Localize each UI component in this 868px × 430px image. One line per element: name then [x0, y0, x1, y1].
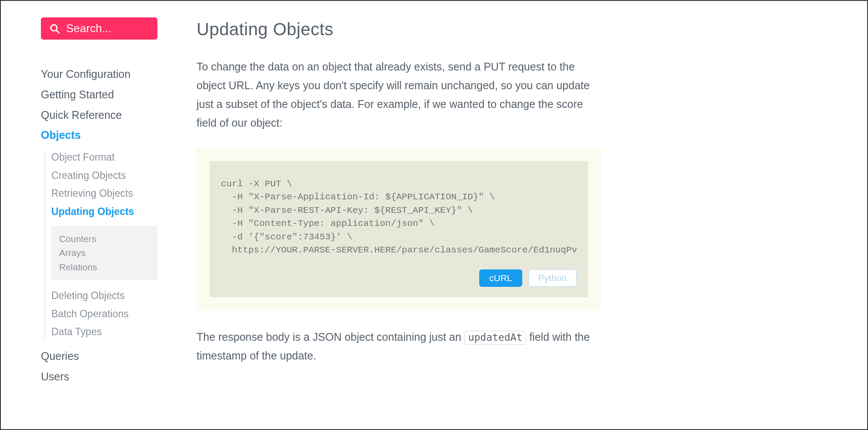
code-example: curl -X PUT \ -H "X-Parse-Application-Id…: [197, 148, 601, 310]
nav-arrays[interactable]: Arrays: [59, 246, 150, 260]
page-title: Updating Objects: [197, 16, 601, 43]
search-input[interactable]: [66, 22, 149, 35]
nav-relations[interactable]: Relations: [59, 260, 150, 275]
sidebar: Your Configuration Getting Started Quick…: [1, 1, 170, 429]
nav-users[interactable]: Users: [41, 368, 157, 385]
response-paragraph: The response body is a JSON object conta…: [197, 328, 601, 365]
sidebar-nav: Your Configuration Getting Started Quick…: [41, 66, 157, 385]
language-toggle: cURL Python: [221, 269, 577, 287]
svg-line-1: [57, 30, 60, 33]
lang-tab-curl[interactable]: cURL: [479, 269, 522, 287]
code-inner: curl -X PUT \ -H "X-Parse-Application-Id…: [210, 161, 588, 297]
nav-counters[interactable]: Counters: [59, 232, 150, 246]
search-box[interactable]: [41, 17, 157, 40]
nav-object-format[interactable]: Object Format: [51, 150, 157, 165]
nav-deleting-objects[interactable]: Deleting Objects: [51, 288, 157, 304]
code-block: curl -X PUT \ -H "X-Parse-Application-Id…: [221, 178, 577, 257]
nav-your-configuration[interactable]: Your Configuration: [41, 66, 157, 83]
search-icon: [50, 24, 60, 34]
intro-paragraph: To change the data on an object that alr…: [197, 57, 601, 132]
main-content: Updating Objects To change the data on a…: [170, 1, 640, 429]
nav-queries[interactable]: Queries: [41, 348, 157, 365]
nav-data-types[interactable]: Data Types: [51, 324, 157, 340]
nav-creating-objects[interactable]: Creating Objects: [51, 168, 157, 184]
lang-tab-python[interactable]: Python: [528, 269, 577, 287]
inline-code-updatedat: updatedAt: [464, 331, 527, 345]
nav-getting-started[interactable]: Getting Started: [41, 86, 157, 103]
nav-retrieving-objects[interactable]: Retrieving Objects: [51, 186, 157, 202]
nav-objects-sublist: Object Format Creating Objects Retrievin…: [44, 150, 157, 340]
nav-quick-reference[interactable]: Quick Reference: [41, 107, 157, 124]
nav-objects[interactable]: Objects: [41, 127, 157, 144]
nav-batch-operations[interactable]: Batch Operations: [51, 306, 157, 322]
response-text-pre: The response body is a JSON object conta…: [197, 331, 464, 343]
nav-updating-objects[interactable]: Updating Objects: [51, 204, 157, 220]
nav-updating-sublist: Counters Arrays Relations: [51, 226, 157, 281]
